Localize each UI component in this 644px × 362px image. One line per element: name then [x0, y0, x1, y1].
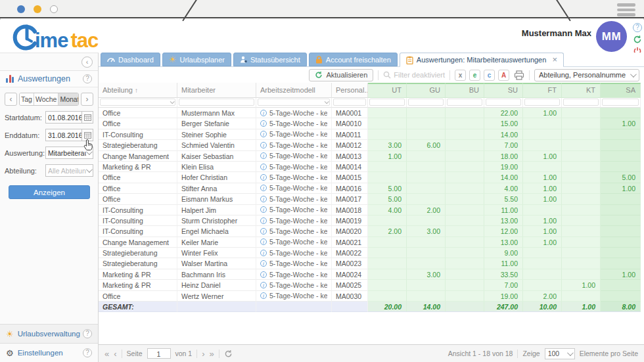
close-tab-icon[interactable]: × — [552, 57, 557, 63]
info-icon[interactable]: i — [260, 260, 267, 267]
collapse-sidebar-icon[interactable]: ‹ — [81, 57, 93, 68]
filter-su[interactable] — [486, 99, 521, 106]
table-row[interactable]: IT-ConsultingSturm Christopheri5-Tage-Wo… — [99, 215, 644, 226]
table-row[interactable]: StrategieberatungSchmied Valentini5-Tage… — [99, 140, 644, 150]
table-row[interactable]: Marketing & PRHeinz Danieli5-Tage-Woche … — [99, 280, 644, 290]
column-header-arbeitszeitmodell[interactable]: Arbeitszeitmodell — [256, 83, 332, 98]
table-row[interactable]: OfficeEismann Markusi5-Tage-Woche - kein… — [99, 194, 644, 204]
filter-bu[interactable] — [447, 99, 482, 106]
table-row[interactable]: OfficeWertz Werneri5-Tage-Woche - keine … — [99, 291, 644, 302]
info-icon[interactable]: i — [260, 174, 267, 181]
abteilung-select[interactable]: Alle Abteilunge — [45, 164, 93, 177]
table-row[interactable]: Marketing & PRBachmann Irisi5-Tage-Woche… — [99, 269, 644, 280]
table-row[interactable]: StrategieberatungWalser Martinai5-Tage-W… — [99, 258, 644, 269]
column-header-gu[interactable]: GU — [407, 83, 446, 98]
column-header-personalnummer[interactable]: Personal... — [332, 83, 368, 98]
column-header-sa[interactable]: SA — [601, 83, 641, 98]
table-row[interactable]: IT-ConsultingHalpert Jimi5-Tage-Woche - … — [99, 205, 644, 215]
info-icon[interactable]: i — [260, 217, 267, 224]
info-icon[interactable]: i — [260, 228, 267, 235]
table-row[interactable]: IT-ConsultingEngel Michaelai5-Tage-Woche… — [99, 226, 644, 237]
filter-arbeitszeitmodell[interactable] — [258, 99, 330, 106]
table-row[interactable]: OfficeHofer Christiani5-Tage-Woche - kei… — [99, 172, 644, 183]
sidebar-item-einstellungen[interactable]: ⚙ Einstellungen ? — [0, 343, 98, 362]
column-header-kt[interactable]: KT — [562, 83, 601, 98]
page-input[interactable]: 1 — [147, 348, 171, 359]
column-header-ft[interactable]: FT — [523, 83, 562, 98]
column-header-mitarbeiter[interactable]: Mitarbeiter — [177, 83, 256, 98]
menu-icon[interactable] — [617, 3, 635, 16]
table-row[interactable]: OfficeMustermann Maxi5-Tage-Woche - kein… — [99, 108, 644, 118]
column-header-bu[interactable]: BU — [446, 83, 484, 98]
table-row[interactable]: Marketing & PRKlein Elisai5-Tage-Woche -… — [99, 162, 644, 172]
aktualisieren-button[interactable]: Aktualisieren — [309, 69, 373, 81]
calendar-icon[interactable] — [82, 111, 93, 124]
period-tag-button[interactable]: Tag — [20, 93, 34, 105]
info-icon[interactable]: i — [260, 292, 267, 299]
period-woche-button[interactable]: Woche — [34, 93, 59, 105]
table-row[interactable]: OfficeBerger Stefaniei5-Tage-Woche - kei… — [99, 118, 644, 129]
tab-statusuebersicht[interactable]: Statusübersicht — [233, 53, 307, 66]
table-row[interactable]: Change ManagementKeiler Mariei5-Tage-Woc… — [99, 237, 644, 248]
filter-ut[interactable] — [369, 99, 405, 106]
filter-mitarbeiter[interactable] — [179, 99, 254, 106]
tab-auswertungen-mitarbeiterauswertungen[interactable]: Auswertungen: Mitarbeiterauswertungen × — [400, 53, 564, 67]
table-row[interactable]: IT-ConsultingSteiner Sophiei5-Tage-Woche… — [99, 129, 644, 140]
info-icon[interactable]: i — [260, 206, 267, 213]
info-icon[interactable]: i — [260, 196, 267, 202]
refresh-icon[interactable] — [633, 35, 642, 44]
filter-abteilung[interactable] — [100, 99, 175, 106]
info-icon[interactable]: i — [260, 131, 267, 137]
info-icon[interactable]: i — [260, 185, 267, 191]
table-row[interactable]: Change ManagementKaiser Sebastiani5-Tage… — [99, 151, 644, 162]
auswertung-select[interactable]: Mitarbeiteraus — [45, 147, 93, 159]
help-icon[interactable]: ? — [83, 329, 92, 338]
info-icon[interactable]: i — [260, 120, 267, 127]
pdf-export-icon[interactable]: A — [498, 70, 509, 81]
filter-personalnummer[interactable] — [333, 99, 366, 106]
table-row[interactable]: OfficeStifter Annai5-Tage-Woche - keine … — [99, 183, 644, 194]
column-header-abteilung[interactable]: Abteilung ↑ — [99, 83, 177, 98]
window-dot-blue[interactable] — [17, 5, 25, 13]
calendar-icon[interactable] — [82, 129, 93, 141]
next-period-button[interactable]: › — [81, 93, 93, 106]
filter-deaktiviert-button[interactable]: Filter deaktiviert — [383, 71, 445, 79]
avatar[interactable]: MM — [596, 21, 627, 52]
info-icon[interactable]: i — [260, 164, 267, 170]
help-icon[interactable]: ? — [83, 348, 92, 357]
print-icon[interactable] — [514, 70, 524, 80]
column-header-su[interactable]: SU — [484, 83, 523, 98]
tab-urlaubsplaner[interactable]: ☀ Urlaubsplaner — [162, 53, 231, 66]
startdate-input[interactable]: 01.08.2016 — [45, 111, 82, 124]
filter-sa[interactable] — [602, 99, 639, 106]
anzeigen-button[interactable]: Anzeigen — [9, 185, 90, 199]
info-icon[interactable]: i — [260, 250, 267, 256]
panel-help-icon[interactable]: ? — [83, 74, 92, 83]
xlsx-export-icon[interactable]: e — [469, 70, 480, 81]
info-icon[interactable]: i — [260, 142, 267, 148]
reload-grid-icon[interactable] — [224, 350, 233, 358]
table-row[interactable]: StrategieberatungWinter Felixi5-Tage-Woc… — [99, 248, 644, 258]
prev-page-icon[interactable]: ‹ — [114, 350, 116, 358]
window-dot-yellow[interactable] — [34, 5, 41, 13]
info-icon[interactable]: i — [260, 110, 267, 116]
next-page-icon[interactable]: › — [202, 350, 204, 358]
filter-ft[interactable] — [524, 99, 560, 106]
excel-export-icon[interactable]: x — [455, 70, 466, 81]
enddate-input[interactable]: 31.08.2016 — [45, 129, 82, 141]
period-monat-button[interactable]: Monat — [58, 93, 79, 105]
info-icon[interactable]: i — [260, 238, 267, 245]
grouping-select[interactable]: Abteilung, Personalnumme — [534, 69, 639, 81]
tab-dashboard[interactable]: Dashboard — [101, 53, 160, 66]
help-icon[interactable]: ? — [633, 23, 642, 32]
last-page-icon[interactable]: » — [210, 350, 214, 358]
prev-period-button[interactable]: ‹ — [5, 93, 17, 106]
sidebar-item-urlaubsverwaltung[interactable]: ☀ Urlaubsverwaltung ? — [0, 324, 98, 343]
page-size-select[interactable]: 100 — [545, 348, 575, 359]
info-icon[interactable]: i — [260, 271, 267, 278]
tab-account-freischalten[interactable]: Account freischalten — [309, 53, 398, 66]
info-icon[interactable]: i — [260, 152, 267, 159]
filter-kt[interactable] — [563, 99, 599, 106]
window-dot-white[interactable] — [50, 5, 58, 13]
first-page-icon[interactable]: « — [104, 350, 109, 358]
